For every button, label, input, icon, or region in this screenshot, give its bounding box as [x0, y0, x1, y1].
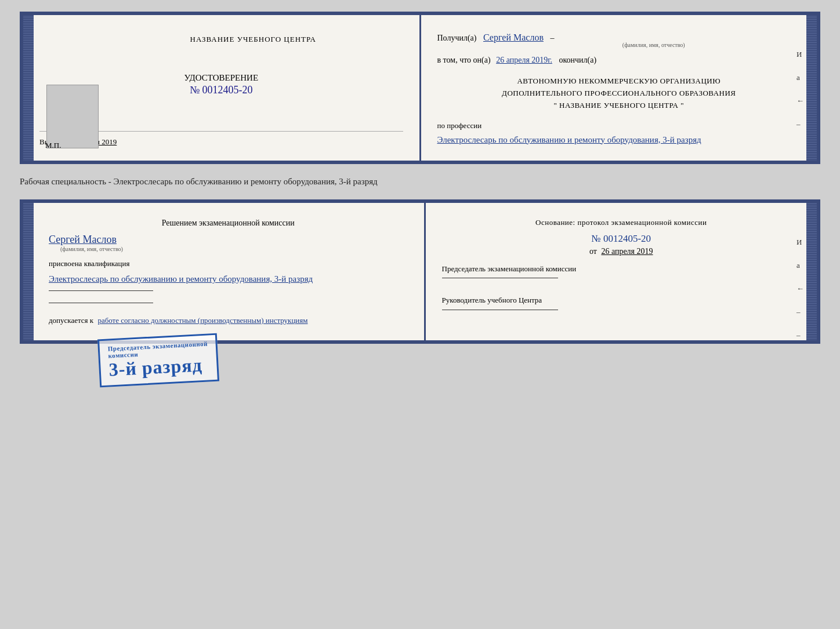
- mp-label: М.П.: [45, 141, 61, 150]
- chairman-label: Председатель экзаменационной комиссии: [442, 263, 801, 279]
- in-that-line: в том, что он(а) 26 апреля 2019г. окончи…: [437, 53, 801, 67]
- basis-number: № 0012405-20: [442, 233, 801, 245]
- top-document: НАЗВАНИЕ УЧЕБНОГО ЦЕНТРА УДОСТОВЕРЕНИЕ №…: [20, 12, 820, 164]
- org-block: АВТОНОМНУЮ НЕКОММЕРЧЕСКУЮ ОРГАНИЗАЦИЮ ДО…: [437, 75, 801, 111]
- chairman-sig-line: [442, 278, 558, 278]
- profession-block: по профессии Электрослесарь по обслужива…: [437, 121, 801, 147]
- bottom-doc-right: Основание: протокол экзаменационной коми…: [426, 203, 817, 340]
- top-doc-left: НАЗВАНИЕ УЧЕБНОГО ЦЕНТРА УДОСТОВЕРЕНИЕ №…: [23, 15, 421, 161]
- certificate-label: УДОСТОВЕРЕНИЕ: [39, 73, 403, 83]
- received-line: Получил(а) Сергей Маслов – (фамилия, имя…: [437, 32, 801, 48]
- right-sidebar-marks: И а ← –: [796, 50, 804, 129]
- qualification-text: Электрослесарь по обслуживанию и ремонту…: [49, 272, 408, 286]
- bottom-right-sidebar-marks: И а ← – –: [796, 238, 804, 340]
- decision-heading: Решением экзаменационной комиссии: [49, 217, 408, 229]
- sig-line-2: [49, 303, 153, 303]
- top-doc-right: Получил(а) Сергей Маслов – (фамилия, имя…: [421, 15, 817, 161]
- allowed-text-block: допускается к работе согласно должностны…: [49, 315, 408, 326]
- qualification-prefix: присвоена квалификация: [49, 259, 408, 268]
- person-name: Сергей Маслов: [49, 234, 408, 246]
- bottom-doc-left: Решением экзаменационной комиссии Сергей…: [23, 203, 426, 340]
- leader-sig-line: [442, 310, 558, 310]
- bottom-document: Решением экзаменационной комиссии Сергей…: [20, 199, 820, 344]
- between-label: Рабочая специальность - Электрослесарь п…: [20, 173, 820, 190]
- basis-prefix: Основание: протокол экзаменационной коми…: [442, 217, 801, 228]
- leader-label: Руководитель учебного Центра: [442, 294, 801, 310]
- stamp: Председатель экзаменационной комиссии 3-…: [97, 333, 219, 388]
- basis-date: от 26 апреля 2019: [442, 247, 801, 256]
- sig-line-1: [49, 290, 153, 291]
- photo-placeholder: [46, 85, 99, 148]
- institution-label: НАЗВАНИЕ УЧЕБНОГО ЦЕНТРА: [103, 35, 403, 44]
